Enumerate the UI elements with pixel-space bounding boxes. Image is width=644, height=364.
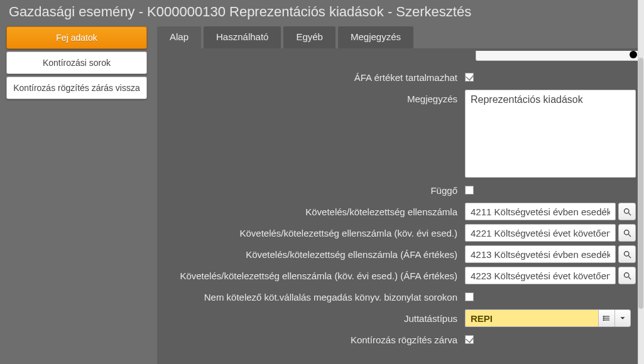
label-acc1: Követelés/kötelezettség ellenszámla — [163, 206, 465, 217]
label-acc4: Követelés/kötelezettség ellenszámla (köv… — [163, 270, 465, 281]
svg-point-2 — [624, 208, 629, 213]
label-acc3: Követelés/kötelezettség ellenszámla (ÁFA… — [163, 249, 465, 260]
label-vat-contain: ÁFA értéket tartalmazhat — [163, 72, 465, 83]
input-benefit-type[interactable] — [465, 309, 598, 327]
search-icon — [623, 228, 632, 238]
svg-point-4 — [624, 230, 629, 235]
lookup-acc2[interactable] — [618, 224, 636, 242]
form-panel: ÁFA értéket tartalmazhat Megjegyzés Függ… — [157, 48, 644, 364]
lookup-acc4[interactable] — [618, 267, 636, 284]
lookup-acc3[interactable] — [618, 245, 636, 263]
svg-point-0 — [630, 51, 637, 58]
list-icon[interactable] — [598, 309, 614, 327]
svg-point-15 — [603, 319, 604, 320]
checkbox-posting-closed[interactable] — [465, 335, 474, 344]
svg-line-7 — [628, 255, 631, 258]
label-not-required: Nem kötelező köt.vállalás megadás könyv.… — [163, 292, 465, 302]
sidebar: Fej adatok Kontírozási sorok Kontírozás … — [6, 26, 147, 102]
search-icon — [623, 207, 632, 217]
checkbox-vat-contain[interactable] — [465, 73, 474, 82]
svg-line-3 — [628, 213, 631, 215]
page-title: Gazdasági esemény - K000000130 Reprezent… — [0, 0, 644, 26]
lookup-acc1[interactable] — [618, 203, 636, 220]
label-benefit-type: Juttatástípus — [163, 313, 465, 324]
input-acc3[interactable] — [465, 245, 616, 263]
combo-benefit-type[interactable] — [465, 309, 631, 327]
label-note: Megjegyzés — [163, 90, 465, 104]
tab-usable[interactable]: Használható — [204, 26, 281, 48]
main-panel: Alap Használható Egyéb Megjegyzés ÁFA ér… — [157, 26, 644, 364]
label-pending: Függő — [163, 185, 465, 196]
svg-point-6 — [624, 251, 629, 256]
search-icon — [623, 250, 632, 259]
sidebar-item-posting-rows[interactable]: Kontírozási sorok — [6, 51, 147, 74]
sidebar-item-posting-close-undo[interactable]: Kontírozás rögzítés zárás vissza — [6, 77, 147, 99]
checkbox-not-required[interactable] — [465, 292, 474, 301]
checkbox-pending[interactable] — [465, 186, 474, 195]
sidebar-item-head-data[interactable]: Fej adatok — [6, 26, 147, 49]
tab-basic[interactable]: Alap — [157, 26, 201, 48]
search-icon — [623, 271, 632, 281]
tab-bar: Alap Használható Egyéb Megjegyzés — [157, 26, 644, 48]
svg-point-13 — [603, 316, 604, 317]
input-acc1[interactable] — [465, 203, 616, 220]
scrollbar-thumb[interactable] — [638, 58, 643, 309]
svg-point-14 — [603, 318, 604, 318]
cutoff-lookup-field[interactable] — [476, 51, 644, 61]
input-acc2[interactable] — [465, 224, 616, 242]
svg-line-5 — [628, 234, 631, 237]
tab-other[interactable]: Egyéb — [283, 26, 336, 48]
textarea-note[interactable] — [465, 90, 636, 178]
tab-note[interactable]: Megjegyzés — [338, 26, 413, 48]
vertical-scrollbar[interactable] — [638, 0, 644, 364]
chevron-down-icon[interactable] — [614, 309, 631, 327]
input-acc4[interactable] — [465, 267, 616, 284]
label-acc2: Követelés/kötelezettség ellenszámla (köv… — [163, 228, 465, 238]
label-posting-closed: Kontírozás rögzítés zárva — [163, 335, 465, 345]
svg-point-8 — [624, 272, 629, 277]
svg-line-9 — [628, 277, 631, 279]
